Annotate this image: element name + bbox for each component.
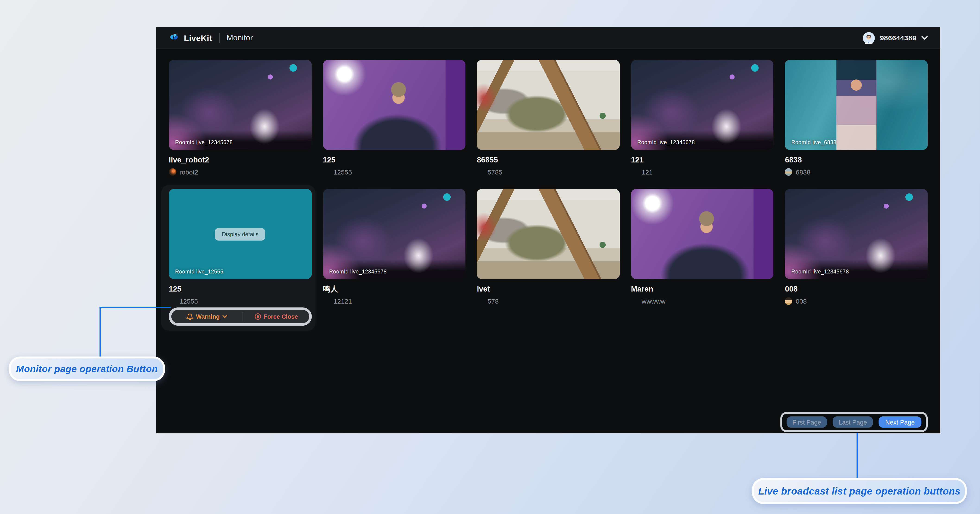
stream-thumbnail[interactable]	[477, 60, 619, 150]
stream-thumbnail[interactable]: RoomId live_12555 Display details	[169, 189, 312, 279]
streamer-avatar	[477, 168, 484, 175]
viewer-count: 12121	[334, 297, 352, 305]
viewer-row: wwwww	[631, 297, 773, 305]
brand: LiveKit	[169, 32, 212, 43]
room-id-overlay: RoomId live_12555	[175, 268, 223, 275]
viewer-count: 12555	[334, 168, 352, 175]
stop-circle-icon	[254, 313, 261, 320]
streamer-avatar	[323, 168, 330, 175]
viewer-row: 121	[631, 167, 773, 176]
stream-title: 86855	[477, 156, 619, 164]
annotation-connector-right	[856, 433, 858, 479]
streamer-avatar	[785, 168, 792, 175]
streamer-avatar	[631, 168, 638, 175]
stream-thumbnail[interactable]: RoomId live_12345678	[323, 189, 465, 279]
app-window: LiveKit Monitor 986644389	[156, 27, 940, 433]
streamer-avatar	[631, 297, 638, 305]
user-avatar	[863, 32, 875, 44]
force-close-label: Force Close	[264, 313, 298, 320]
warning-label: Warning	[196, 313, 220, 320]
streamer-avatar	[785, 297, 792, 305]
app-header: LiveKit Monitor 986644389	[156, 27, 940, 49]
viewer-count: 5785	[488, 168, 503, 175]
room-id-overlay: RoomId live_6838	[791, 139, 836, 146]
viewer-count: 6838	[796, 168, 811, 175]
brand-name: LiveKit	[184, 33, 212, 43]
viewer-row: 12555	[169, 297, 312, 305]
viewer-count: 121	[642, 168, 653, 175]
stream-title: 鸣人	[323, 285, 465, 294]
viewer-row: robot2	[169, 167, 312, 176]
stream-thumbnail[interactable]	[631, 189, 773, 279]
stream-title: Maren	[631, 285, 773, 294]
streamer-avatar	[169, 168, 177, 175]
stream-card: RoomId live_12345678 live_robot2 robot2	[169, 60, 312, 176]
viewer-count: wwwww	[642, 297, 666, 305]
streamer-avatar	[323, 297, 330, 305]
stream-card: ivet 578	[477, 189, 619, 305]
viewer-row: 578	[477, 297, 619, 305]
viewer-count: 578	[488, 297, 499, 305]
viewer-row: 008	[785, 297, 928, 305]
stream-thumbnail[interactable]: RoomId live_12345678	[785, 189, 928, 279]
force-close-button[interactable]: Force Close	[243, 310, 309, 323]
bell-icon	[186, 313, 194, 320]
viewer-count: robot2	[180, 168, 198, 175]
stream-card: RoomId live_12345678 121 121	[631, 60, 773, 176]
stream-title: 121	[631, 156, 773, 164]
viewer-row: 12555	[323, 167, 465, 176]
streamer-avatar	[477, 297, 484, 305]
user-menu[interactable]: 986644389	[863, 32, 928, 44]
stream-card: RoomId live_12345678 008 008	[785, 189, 928, 305]
header-divider	[219, 33, 220, 43]
streamer-avatar	[169, 297, 177, 305]
user-id: 986644389	[880, 34, 916, 42]
viewer-count: 008	[796, 297, 807, 305]
viewer-row: 12121	[323, 297, 465, 305]
first-page-button[interactable]: First Page	[786, 417, 827, 428]
annotation-connector-left	[100, 307, 101, 357]
annotation-connector-left-horizontal	[100, 307, 171, 308]
livekit-logo-icon	[169, 32, 180, 43]
stream-thumbnail[interactable]: RoomId live_12345678	[169, 60, 312, 150]
stream-card: RoomId live_6838 6838 6838	[785, 60, 928, 176]
stream-thumbnail[interactable]	[477, 189, 619, 279]
viewer-count: 12555	[180, 297, 198, 305]
annotation-list-operation: Live broadcast list page operation butto…	[752, 478, 967, 504]
stream-card: 125 12555	[323, 60, 465, 176]
chevron-down-icon	[222, 315, 227, 318]
stream-card: Maren wwwww	[631, 189, 773, 305]
stream-thumbnail[interactable]: RoomId live_6838	[785, 60, 928, 150]
pagination-bar: First Page Last Page Next Page	[780, 412, 928, 432]
stream-title: 6838	[785, 156, 928, 164]
room-id-overlay: RoomId live_12345678	[329, 268, 387, 275]
stream-thumbnail[interactable]	[323, 60, 465, 150]
next-page-button[interactable]: Next Page	[878, 417, 921, 428]
nav-monitor[interactable]: Monitor	[227, 33, 253, 42]
room-id-overlay: RoomId live_12345678	[637, 139, 695, 146]
last-page-button[interactable]: Last Page	[833, 417, 873, 428]
stream-card: RoomId live_12345678 鸣人 12121	[323, 189, 465, 305]
monitor-content: RoomId live_12345678 live_robot2 robot2 …	[156, 49, 940, 331]
stream-title: 125	[323, 156, 465, 164]
annotation-monitor-operation: Monitor page operation Button	[9, 356, 165, 381]
live-grid: RoomId live_12345678 live_robot2 robot2 …	[169, 60, 928, 331]
room-id-overlay: RoomId live_12345678	[175, 139, 233, 146]
stream-title: 125	[169, 285, 312, 294]
room-id-overlay: RoomId live_12345678	[791, 268, 849, 275]
warning-button[interactable]: Warning	[171, 310, 242, 323]
viewer-row: 6838	[785, 167, 928, 176]
stream-title: live_robot2	[169, 156, 312, 164]
page: LiveKit Monitor 986644389	[0, 0, 980, 514]
stream-card: RoomId live_12555 Display details 125 12…	[161, 185, 315, 331]
display-details-button[interactable]: Display details	[215, 228, 266, 240]
stream-actions: Warning Force Close	[169, 307, 312, 326]
stream-thumbnail[interactable]: RoomId live_12345678	[631, 60, 773, 150]
stream-title: ivet	[477, 285, 619, 294]
stream-title: 008	[785, 285, 928, 294]
stream-card: 86855 5785	[477, 60, 619, 176]
viewer-row: 5785	[477, 167, 619, 176]
chevron-down-icon	[921, 36, 928, 40]
